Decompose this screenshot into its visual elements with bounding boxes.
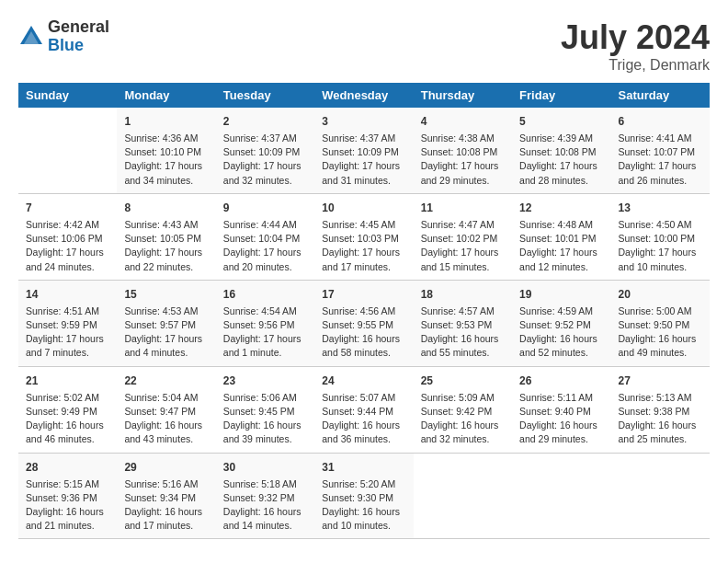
column-header-friday: Friday [512, 83, 610, 108]
day-info: Sunrise: 4:45 AMSunset: 10:03 PMDaylight… [322, 218, 405, 274]
column-header-saturday: Saturday [611, 83, 710, 108]
calendar-cell: 20Sunrise: 5:00 AMSunset: 9:50 PMDayligh… [611, 280, 710, 366]
day-info: Sunrise: 5:09 AMSunset: 9:42 PMDaylight:… [421, 391, 505, 447]
day-number: 21 [26, 373, 109, 389]
day-number: 23 [223, 373, 307, 389]
calendar-cell: 10Sunrise: 4:45 AMSunset: 10:03 PMDaylig… [314, 193, 413, 280]
calendar-cell [611, 453, 710, 539]
day-number: 31 [322, 459, 405, 476]
day-info: Sunrise: 4:37 AMSunset: 10:09 PMDaylight… [322, 132, 405, 188]
calendar-cell: 27Sunrise: 5:13 AMSunset: 9:38 PMDayligh… [611, 366, 710, 453]
calendar-cell: 1Sunrise: 4:36 AMSunset: 10:10 PMDayligh… [117, 108, 215, 193]
day-info: Sunrise: 4:39 AMSunset: 10:08 PMDaylight… [519, 132, 603, 188]
day-number: 10 [322, 200, 405, 216]
logo-general: General [48, 18, 109, 37]
title-block: July 2024 Trige, Denmark [561, 18, 710, 74]
logo-icon [18, 24, 44, 50]
day-number: 27 [619, 373, 702, 389]
calendar-cell: 22Sunrise: 5:04 AMSunset: 9:47 PMDayligh… [117, 366, 215, 453]
calendar-cell: 16Sunrise: 4:54 AMSunset: 9:56 PMDayligh… [216, 280, 314, 366]
day-number: 29 [124, 459, 208, 476]
day-info: Sunrise: 5:13 AMSunset: 9:38 PMDaylight:… [619, 391, 702, 447]
day-info: Sunrise: 4:41 AMSunset: 10:07 PMDaylight… [619, 132, 702, 188]
calendar-cell: 5Sunrise: 4:39 AMSunset: 10:08 PMDayligh… [512, 108, 610, 193]
day-info: Sunrise: 4:53 AMSunset: 9:57 PMDaylight:… [124, 304, 208, 361]
calendar-week-row: 7Sunrise: 4:42 AMSunset: 10:06 PMDayligh… [18, 193, 710, 280]
calendar-cell: 24Sunrise: 5:07 AMSunset: 9:44 PMDayligh… [314, 366, 413, 453]
day-info: Sunrise: 5:20 AMSunset: 9:30 PMDaylight:… [322, 477, 405, 534]
calendar-cell: 3Sunrise: 4:37 AMSunset: 10:09 PMDayligh… [314, 108, 413, 193]
day-info: Sunrise: 4:57 AMSunset: 9:53 PMDaylight:… [421, 304, 505, 361]
calendar-cell [414, 453, 512, 539]
day-number: 15 [124, 286, 208, 303]
calendar-cell: 25Sunrise: 5:09 AMSunset: 9:42 PMDayligh… [414, 366, 512, 453]
calendar-cell: 4Sunrise: 4:38 AMSunset: 10:08 PMDayligh… [414, 108, 512, 193]
day-number: 13 [619, 200, 702, 216]
day-number: 26 [519, 373, 603, 389]
calendar-cell: 2Sunrise: 4:37 AMSunset: 10:09 PMDayligh… [216, 108, 314, 193]
day-number: 12 [519, 200, 603, 216]
calendar-cell: 21Sunrise: 5:02 AMSunset: 9:49 PMDayligh… [18, 366, 117, 453]
day-info: Sunrise: 4:44 AMSunset: 10:04 PMDaylight… [223, 218, 307, 274]
logo: General Blue [18, 18, 109, 55]
day-number: 1 [124, 113, 208, 130]
calendar-cell: 23Sunrise: 5:06 AMSunset: 9:45 PMDayligh… [216, 366, 314, 453]
day-number: 4 [421, 113, 505, 130]
calendar-cell: 6Sunrise: 4:41 AMSunset: 10:07 PMDayligh… [611, 108, 710, 193]
calendar-cell: 14Sunrise: 4:51 AMSunset: 9:59 PMDayligh… [18, 280, 117, 366]
day-number: 30 [223, 459, 307, 476]
day-info: Sunrise: 5:15 AMSunset: 9:36 PMDaylight:… [26, 477, 109, 534]
column-header-wednesday: Wednesday [314, 83, 413, 108]
column-header-sunday: Sunday [18, 83, 117, 108]
day-info: Sunrise: 5:18 AMSunset: 9:32 PMDaylight:… [223, 477, 307, 534]
day-info: Sunrise: 4:59 AMSunset: 9:52 PMDaylight:… [519, 304, 603, 361]
month-title: July 2024 [561, 18, 710, 57]
calendar-cell: 28Sunrise: 5:15 AMSunset: 9:36 PMDayligh… [18, 453, 117, 539]
calendar-cell: 17Sunrise: 4:56 AMSunset: 9:55 PMDayligh… [314, 280, 413, 366]
calendar-table: SundayMondayTuesdayWednesdayThursdayFrid… [18, 83, 710, 539]
day-info: Sunrise: 5:07 AMSunset: 9:44 PMDaylight:… [322, 391, 405, 447]
column-header-thursday: Thursday [414, 83, 512, 108]
day-number: 24 [322, 373, 405, 389]
calendar-week-row: 1Sunrise: 4:36 AMSunset: 10:10 PMDayligh… [18, 108, 710, 193]
day-number: 28 [26, 459, 109, 476]
day-info: Sunrise: 4:37 AMSunset: 10:09 PMDaylight… [223, 132, 307, 188]
calendar-cell: 11Sunrise: 4:47 AMSunset: 10:02 PMDaylig… [414, 193, 512, 280]
day-info: Sunrise: 5:02 AMSunset: 9:49 PMDaylight:… [26, 391, 109, 447]
day-info: Sunrise: 5:11 AMSunset: 9:40 PMDaylight:… [519, 391, 603, 447]
calendar-cell: 31Sunrise: 5:20 AMSunset: 9:30 PMDayligh… [314, 453, 413, 539]
calendar-week-row: 28Sunrise: 5:15 AMSunset: 9:36 PMDayligh… [18, 453, 710, 539]
day-info: Sunrise: 5:06 AMSunset: 9:45 PMDaylight:… [223, 391, 307, 447]
day-number: 7 [26, 200, 109, 216]
logo-blue: Blue [48, 37, 109, 55]
calendar-week-row: 21Sunrise: 5:02 AMSunset: 9:49 PMDayligh… [18, 366, 710, 453]
calendar-cell: 29Sunrise: 5:16 AMSunset: 9:34 PMDayligh… [117, 453, 215, 539]
day-number: 5 [519, 113, 603, 130]
day-info: Sunrise: 4:54 AMSunset: 9:56 PMDaylight:… [223, 304, 307, 361]
day-info: Sunrise: 4:48 AMSunset: 10:01 PMDaylight… [519, 218, 603, 274]
day-number: 9 [223, 200, 307, 216]
logo-text: General Blue [48, 18, 109, 55]
calendar-cell: 8Sunrise: 4:43 AMSunset: 10:05 PMDayligh… [117, 193, 215, 280]
day-number: 19 [519, 286, 603, 303]
day-number: 6 [619, 113, 702, 130]
calendar-cell: 26Sunrise: 5:11 AMSunset: 9:40 PMDayligh… [512, 366, 610, 453]
day-info: Sunrise: 4:56 AMSunset: 9:55 PMDaylight:… [322, 304, 405, 361]
day-info: Sunrise: 4:47 AMSunset: 10:02 PMDaylight… [421, 218, 505, 274]
day-number: 14 [26, 286, 109, 303]
day-number: 17 [322, 286, 405, 303]
page-header: General Blue July 2024 Trige, Denmark [18, 18, 710, 74]
calendar-cell: 15Sunrise: 4:53 AMSunset: 9:57 PMDayligh… [117, 280, 215, 366]
day-info: Sunrise: 4:50 AMSunset: 10:00 PMDaylight… [619, 218, 702, 274]
day-number: 25 [421, 373, 505, 389]
calendar-cell: 19Sunrise: 4:59 AMSunset: 9:52 PMDayligh… [512, 280, 610, 366]
calendar-cell: 18Sunrise: 4:57 AMSunset: 9:53 PMDayligh… [414, 280, 512, 366]
day-number: 16 [223, 286, 307, 303]
calendar-cell: 7Sunrise: 4:42 AMSunset: 10:06 PMDayligh… [18, 193, 117, 280]
day-number: 3 [322, 113, 405, 130]
day-number: 2 [223, 113, 307, 130]
column-header-monday: Monday [117, 83, 215, 108]
day-info: Sunrise: 5:00 AMSunset: 9:50 PMDaylight:… [619, 304, 702, 361]
calendar-cell: 12Sunrise: 4:48 AMSunset: 10:01 PMDaylig… [512, 193, 610, 280]
day-info: Sunrise: 5:04 AMSunset: 9:47 PMDaylight:… [124, 391, 208, 447]
